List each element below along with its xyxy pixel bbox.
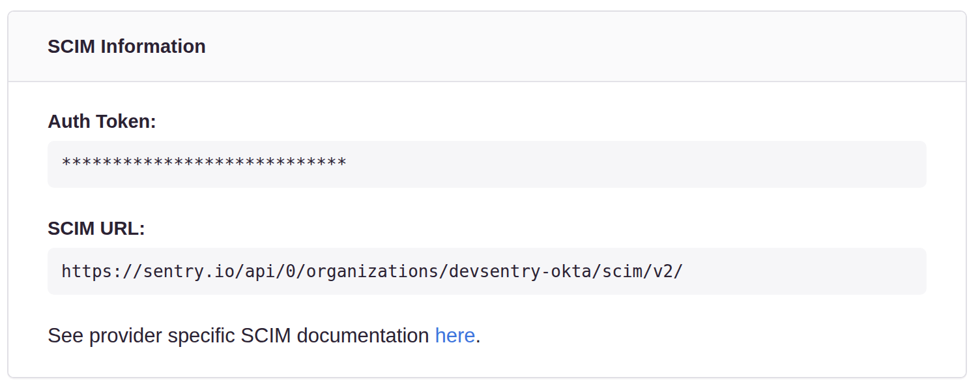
auth-token-label: Auth Token: <box>48 110 927 133</box>
auth-token-value: **************************** <box>48 141 927 188</box>
panel-title: SCIM Information <box>48 36 206 57</box>
scim-url-label: SCIM URL: <box>48 217 927 240</box>
documentation-note: See provider specific SCIM documentation… <box>48 323 927 348</box>
panel-header: SCIM Information <box>8 12 966 82</box>
documentation-note-text: See provider specific SCIM documentation <box>48 324 435 347</box>
scim-url-value: https://sentry.io/api/0/organizations/de… <box>48 248 927 295</box>
scim-information-panel: SCIM Information Auth Token: ***********… <box>7 10 967 378</box>
documentation-note-period: . <box>476 324 482 347</box>
panel-body: Auth Token: ****************************… <box>8 82 966 377</box>
documentation-link[interactable]: here <box>435 324 475 347</box>
